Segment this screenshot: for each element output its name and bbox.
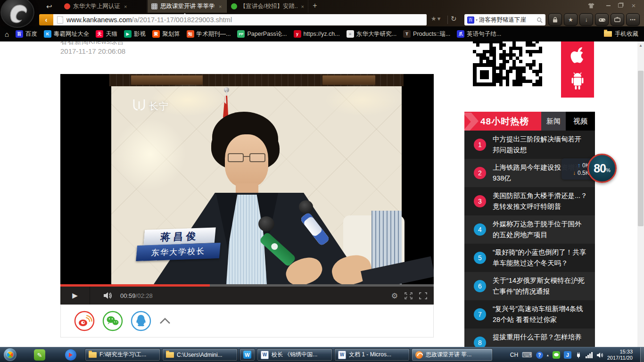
wechat-share-button[interactable] [102, 311, 123, 331]
help-icon[interactable]: ? [536, 352, 543, 359]
fullscreen-icon[interactable] [419, 292, 427, 299]
wechat-tray-icon[interactable] [553, 351, 560, 359]
home-icon[interactable]: ⌂ [5, 30, 9, 38]
cheetah-browser-logo[interactable] [0, 0, 34, 28]
bookmark-products[interactable]: TProducts::瑞... [403, 30, 450, 38]
close-button[interactable]: × [628, 1, 639, 9]
taskbar-browser-active[interactable]: 思政课堂开讲 莘... [412, 348, 493, 361]
quicklaunch-coreldraw[interactable]: ✎ [34, 349, 45, 361]
browser-tab-3[interactable]: 【宣讲会/校招】安踏... × [227, 0, 308, 13]
back-button[interactable]: ‹ [39, 14, 53, 25]
hotlist-item[interactable]: 7 “复兴号”高速动车组新增4条线28个站 看看经过你家 [464, 300, 595, 329]
taskbar-word-2[interactable]: W 文档 1 - Micros... [334, 348, 410, 361]
usage-percent: 80 [594, 162, 606, 175]
tab-back-icon[interactable]: ↩ [46, 2, 52, 11]
android-icon[interactable] [569, 71, 586, 91]
skin-button[interactable] [586, 1, 597, 9]
bookmark-tmall[interactable]: 天天猫 [96, 30, 117, 38]
bookmark-favicon: 百 [16, 30, 23, 38]
network-signal-icon[interactable] [586, 352, 593, 358]
bookmark-star-icon[interactable]: ★▾ [431, 15, 441, 22]
bookmark-juhuasuan[interactable]: 聚聚划算 [152, 30, 180, 38]
bookmark-paperpass[interactable]: PPPaperPass论... [237, 30, 287, 38]
taskbar-wps[interactable]: W [239, 348, 255, 361]
folder-icon [89, 352, 97, 358]
scroll-up-arrow[interactable]: ▲ [639, 43, 643, 48]
hotlist-item-text[interactable]: 提拔重用什么干部？怎样培养 [493, 332, 588, 343]
menu-more-button[interactable]: ••• [626, 13, 640, 26]
browser-tab-1[interactable]: 东华大学上网认证 × [60, 0, 147, 13]
scrollbar-thumb[interactable] [638, 71, 644, 226]
hotlist-item[interactable]: 5 “最好骑”的小蓝也倒闭了！共享单车能熬过这个冬天吗？ [464, 244, 595, 272]
start-button[interactable] [4, 348, 17, 361]
baidu-search-icon[interactable]: 百 [467, 16, 474, 24]
video-player[interactable]: 长宁 蒋昌俊 东华大学校长 [60, 74, 434, 284]
favorites-button[interactable]: ★ [564, 13, 578, 26]
settings-gear-icon[interactable]: ⚙ [391, 291, 398, 300]
search-magnifier-icon[interactable] [537, 17, 543, 23]
hotlist-item-text[interactable]: “复兴号”高速动车组新增4条线28个站 看看经过你家 [493, 304, 588, 325]
qq-share-button[interactable] [131, 311, 151, 331]
show-desktop-button[interactable] [640, 347, 644, 362]
tab-close-icon[interactable]: × [301, 4, 304, 9]
keyboard-icon[interactable]: ⌨ [522, 351, 532, 359]
new-tab-button[interactable]: + [309, 1, 321, 11]
hotlist-item[interactable]: 6 关于“14岁俄罗斯女模特在沪死亡事件”的情况通报 [464, 272, 595, 300]
hotlist-item[interactable]: 3 美国防部五角大楼手滑还是...？竟转发推文呼吁特朗普 [464, 187, 595, 215]
tab-favicon [64, 3, 70, 9]
weibo-share-button[interactable] [74, 311, 95, 331]
hotlist-item-text[interactable]: “最好骑”的小蓝也倒闭了！共享单车能熬过这个冬天吗？ [493, 247, 588, 269]
hotlist-item-text[interactable]: 中方提出三阶段解决缅甸若开邦问题设想 [493, 134, 588, 156]
language-indicator[interactable]: CH [510, 352, 518, 358]
address-bar[interactable]: www.kankanews.com/a/2017-11-17/001822900… [53, 14, 427, 25]
bookmark-dhu[interactable]: ≡东华大学研究... [347, 30, 396, 38]
minimize-button[interactable] [603, 1, 614, 9]
input-method-tray-icon[interactable]: J [564, 351, 571, 359]
quicklaunch-player[interactable] [65, 349, 76, 361]
hotlist-item[interactable]: 1 中方提出三阶段解决缅甸若开邦问题设想 [464, 131, 595, 159]
memory-usage-badge[interactable]: 80 % [587, 154, 617, 183]
bookmark-journal[interactable]: 知学术期刊—... [187, 30, 231, 38]
apple-ios-icon[interactable] [570, 46, 586, 65]
hotlist-item[interactable]: 4 外媒称万达急于脱手位于国外的五处房地产项目 [464, 215, 595, 244]
hotlist-tab-video[interactable]: 视频 [566, 112, 595, 131]
hotlist-logo-mark [464, 113, 479, 131]
tab-close-icon[interactable]: × [124, 4, 127, 9]
hotlist-tab-news[interactable]: 新闻 [541, 112, 566, 131]
bookmark-favicon: 知 [187, 30, 194, 38]
taskbar-clock[interactable]: 15:33 2017/11/20 [607, 349, 633, 361]
hidden-icons-arrow[interactable]: ▴ [547, 353, 549, 357]
hotlist-item-text[interactable]: 关于“14岁俄罗斯女模特在沪死亡事件”的情况通报 [493, 275, 588, 297]
volume-tray-icon[interactable] [596, 352, 603, 358]
taskbar-folder-1[interactable]: F:\研究生学习\工... [85, 348, 160, 361]
refresh-icon[interactable]: ↻ [451, 15, 457, 23]
bookmark-baidu[interactable]: 百百度 [16, 30, 37, 38]
collapse-chevron-icon[interactable] [159, 317, 171, 325]
hotlist-item-text[interactable]: 美国防部五角大楼手滑还是...？竟转发推文呼吁特朗普 [493, 190, 588, 212]
bookmark-duba[interactable]: K毒霸网址大全 [44, 30, 89, 38]
search-input[interactable] [479, 16, 535, 23]
hotlist-item-text[interactable]: 外媒称万达急于脱手位于国外的五处房地产项目 [493, 219, 588, 240]
mobile-favorites[interactable]: 手机收藏 [604, 26, 638, 41]
bookmark-video[interactable]: ▶影视 [124, 30, 146, 38]
bookmark-yz[interactable]: yhttps://yz.ch... [294, 30, 340, 38]
tab-close-icon[interactable]: × [219, 4, 222, 9]
speaker-title-plate: 东华大学校长 [136, 243, 221, 261]
games-button[interactable] [595, 13, 609, 26]
taskbar-word-1[interactable]: W 校长 《锦绣中国... [257, 348, 332, 361]
security-lock-button[interactable] [548, 13, 562, 26]
power-plug-icon[interactable] [575, 352, 582, 358]
theater-mode-icon[interactable] [405, 292, 413, 299]
page-scrollbar[interactable]: ▲ [637, 41, 644, 347]
download-button[interactable]: ↓ [579, 13, 593, 26]
tab-favicon [231, 3, 237, 9]
rank-badge: 3 [474, 195, 486, 207]
play-button[interactable]: ▶ [60, 287, 90, 304]
search-engine-caret-icon[interactable]: ▾ [476, 18, 478, 22]
volume-button[interactable] [103, 292, 113, 299]
restore-button[interactable] [615, 1, 626, 9]
taskbar-folder-2[interactable]: C:\Users\Admini... [162, 348, 238, 361]
browser-search-box[interactable]: 百 ▾ [464, 14, 545, 25]
bookmark-english[interactable]: 爪英语句子结... [457, 30, 501, 38]
video-center-button[interactable] [611, 13, 624, 26]
